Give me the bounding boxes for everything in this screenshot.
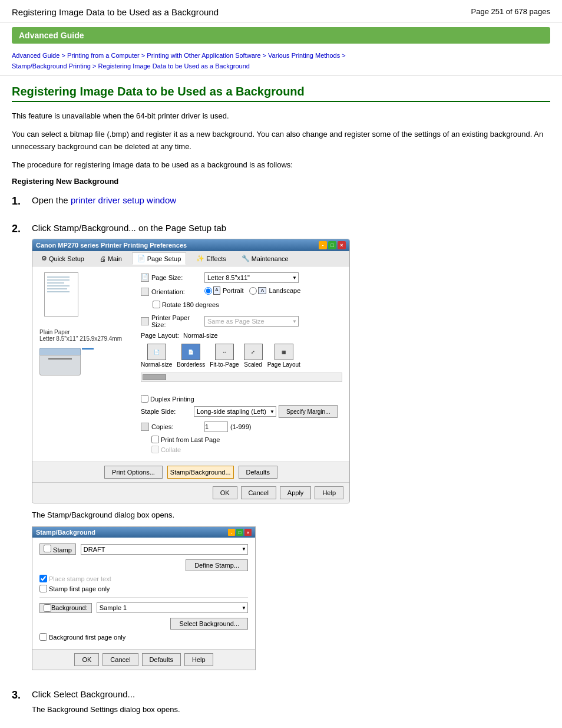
ok-btn[interactable]: OK <box>213 486 237 499</box>
printer-preview <box>39 272 98 325</box>
page-size-select[interactable]: Letter 8.5"x11" ▼ <box>204 272 299 283</box>
step-2-desc: The Stamp/Background dialog box opens. <box>32 510 550 519</box>
duplex-checkbox[interactable]: Duplex Printing <box>141 395 342 403</box>
select-arrow-icon: ▼ <box>292 275 297 281</box>
landscape-radio-input[interactable] <box>249 287 257 295</box>
print-last-checkbox-input[interactable] <box>151 436 159 443</box>
stamp-cancel-btn[interactable]: Cancel <box>103 653 138 666</box>
stamp-row: Stamp DRAFT ▼ <box>39 543 248 555</box>
rotate-checkbox-input[interactable] <box>153 301 160 308</box>
layout-scaled[interactable]: ⤢ Scaled <box>244 344 263 368</box>
place-over-checkbox[interactable]: Place stamp over text <box>39 575 248 582</box>
defaults-btn[interactable]: Defaults <box>239 466 277 479</box>
layout-normal[interactable]: 📄 Normal-size <box>141 344 172 368</box>
help-btn[interactable]: Help <box>315 486 343 499</box>
portrait-icon: A <box>213 286 220 295</box>
page-size-label: Page Size: <box>151 274 204 281</box>
stamp-max-btn[interactable]: □ <box>236 529 243 536</box>
background-checkbox-btn[interactable]: Background: <box>39 603 92 613</box>
select-background-btn[interactable]: Select Background... <box>170 618 248 630</box>
stamp-dialog-body: Stamp DRAFT ▼ Define Stamp... Place stam… <box>32 538 255 649</box>
bg-first-page-input[interactable] <box>39 633 47 641</box>
main-title: Registering Image Data to be Used as a B… <box>12 85 550 102</box>
background-select[interactable]: Sample 1 ▼ <box>97 602 248 613</box>
breadcrumb-link-2[interactable]: Printing from a Computer <box>67 52 140 59</box>
stamp-min-btn[interactable]: - <box>228 529 235 536</box>
breadcrumb-link-6[interactable]: Registering Image Data to be Used as a B… <box>98 62 249 70</box>
layout-page-layout[interactable]: ▦ Page Layout <box>267 344 300 368</box>
copies-input[interactable] <box>204 421 228 432</box>
scrollbar-area[interactable] <box>141 373 342 382</box>
maximize-btn[interactable]: □ <box>328 241 336 249</box>
background-select-arrow: ▼ <box>242 605 246 611</box>
stamp-checkbox-btn[interactable]: Stamp <box>39 543 76 555</box>
breadcrumb-link-3[interactable]: Printing with Other Application Software <box>147 52 260 59</box>
stamp-help-btn[interactable]: Help <box>184 653 213 666</box>
dialog-footer-row1: Print Options... Stamp/Background... Def… <box>32 462 349 482</box>
first-page-stamp-input[interactable] <box>39 585 47 592</box>
cancel-btn[interactable]: Cancel <box>241 486 276 499</box>
layout-borderless[interactable]: 📄 Borderless <box>177 344 205 368</box>
first-page-stamp-checkbox[interactable]: Stamp first page only <box>39 585 248 592</box>
tab-effects[interactable]: ✨ Effects <box>191 252 231 265</box>
collate-checkbox-input[interactable] <box>151 446 159 453</box>
intro-text-1: This feature is unavailable when the 64-… <box>12 110 550 123</box>
rotate-checkbox[interactable]: Rotate 180 degrees <box>153 301 219 308</box>
printer-dialog: Canon MP270 series Printer Printing Pref… <box>32 239 350 503</box>
orientation-row: Orientation: A Portrait A <box>141 286 342 297</box>
tab-maintenance[interactable]: 🔧 Maintenance <box>236 252 294 265</box>
breadcrumb-link-1[interactable]: Advanced Guide <box>12 52 59 59</box>
page-title: Registering Image Data to be Used as a B… <box>12 7 219 17</box>
printer-paper-arrow-icon: ▼ <box>292 319 297 324</box>
define-stamp-btn[interactable]: Define Stamp... <box>186 559 248 571</box>
stamp-dialog-buttons: - □ × <box>228 529 252 536</box>
portrait-radio[interactable]: A Portrait <box>204 286 243 295</box>
breadcrumb-link-4[interactable]: Various Printing Methods <box>268 52 340 59</box>
effects-icon: ✨ <box>196 255 204 262</box>
dialog-buttons: - □ × <box>319 241 346 249</box>
duplex-checkbox-input[interactable] <box>141 395 148 403</box>
stamp-background-btn[interactable]: Stamp/Background... <box>167 466 234 479</box>
scrollbar-thumb[interactable] <box>143 374 166 380</box>
background-checkbox-input[interactable] <box>44 604 51 612</box>
minimize-btn[interactable]: - <box>319 241 327 249</box>
place-over-input[interactable] <box>39 575 47 582</box>
layout-fit-to-page[interactable]: ↔ Fit-to-Page <box>210 344 239 368</box>
tab-page-setup[interactable]: 📄 Page Setup <box>132 252 187 265</box>
print-options-btn[interactable]: Print Options... <box>104 466 163 479</box>
stamp-close-btn[interactable]: × <box>244 529 252 536</box>
page-counter: Page 251 of 678 pages <box>471 7 550 16</box>
step-1-number: 1. <box>12 195 29 207</box>
quick-setup-icon: ⚙ <box>41 255 47 262</box>
page-line <box>47 285 70 286</box>
step-2-text: Click Stamp/Background... on the Page Se… <box>32 223 550 233</box>
step-1: 1. Open the printer driver setup window <box>12 195 550 211</box>
bg-first-page-checkbox[interactable]: Background first page only <box>39 633 248 641</box>
staple-select[interactable]: Long-side stapling (Left) ▼ <box>194 406 276 417</box>
printer-arm <box>82 348 94 350</box>
specify-margin-btn[interactable]: Specify Margin... <box>279 405 338 418</box>
stamp-ok-btn[interactable]: OK <box>74 653 99 666</box>
close-btn[interactable]: × <box>338 241 346 249</box>
collate-checkbox[interactable]: Collate <box>151 446 342 453</box>
stamp-defaults-btn[interactable]: Defaults <box>142 653 181 666</box>
portrait-radio-input[interactable] <box>204 287 212 295</box>
normal-icon: 📄 <box>147 344 166 360</box>
define-stamp-row: Define Stamp... <box>39 559 248 571</box>
page-header: Registering Image Data to be Used as a B… <box>0 0 562 22</box>
breadcrumb-link-5[interactable]: Stamp/Background Printing <box>12 62 91 70</box>
copies-icon <box>141 423 149 431</box>
landscape-radio[interactable]: A Landscape <box>249 287 300 295</box>
borderless-icon: 📄 <box>181 344 200 360</box>
printer-paper-select[interactable]: Same as Page Size ▼ <box>204 316 299 327</box>
printer-driver-link[interactable]: printer driver setup window <box>71 195 176 205</box>
stamp-checkbox-input[interactable] <box>44 545 51 552</box>
tab-quick-setup[interactable]: ⚙ Quick Setup <box>36 252 90 265</box>
page-line <box>47 279 70 281</box>
apply-btn[interactable]: Apply <box>280 486 312 499</box>
tab-main[interactable]: 🖨 Main <box>94 253 127 265</box>
stamp-select[interactable]: DRAFT ▼ <box>81 544 248 555</box>
printer-slot <box>48 358 72 360</box>
print-last-checkbox[interactable]: Print from Last Page <box>151 436 342 443</box>
page-line <box>47 291 70 292</box>
